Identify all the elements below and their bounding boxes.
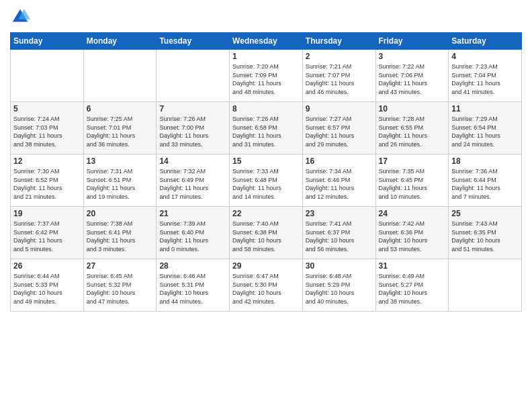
calendar-cell (449, 259, 522, 312)
day-info: Sunrise: 6:46 AM Sunset: 5:31 PM Dayligh… (159, 273, 208, 305)
calendar-cell: 16Sunrise: 7:34 AM Sunset: 6:46 PM Dayli… (302, 154, 375, 207)
day-number: 9 (306, 104, 373, 113)
day-number: 25 (451, 209, 519, 218)
day-number: 29 (232, 261, 300, 271)
day-number: 13 (87, 156, 154, 166)
logo-icon (10, 7, 30, 27)
calendar-cell: 27Sunrise: 6:45 AM Sunset: 5:32 PM Dayli… (83, 259, 157, 312)
page: SundayMondayTuesdayWednesdayThursdayFrid… (0, 0, 532, 411)
calendar-cell: 1Sunrise: 7:20 AM Sunset: 7:09 PM Daylig… (230, 50, 303, 102)
day-number: 20 (87, 209, 154, 218)
calendar-week-4: 26Sunrise: 6:44 AM Sunset: 5:33 PM Dayli… (11, 259, 522, 312)
logo (10, 7, 33, 27)
day-number: 19 (13, 209, 81, 218)
calendar-header-wednesday: Wednesday (230, 33, 303, 50)
day-number: 28 (159, 261, 226, 271)
day-number: 22 (232, 209, 300, 218)
day-number: 23 (306, 209, 373, 218)
calendar: SundayMondayTuesdayWednesdayThursdayFrid… (10, 32, 522, 312)
day-info: Sunrise: 7:38 AM Sunset: 6:41 PM Dayligh… (87, 220, 136, 253)
calendar-cell: 19Sunrise: 7:37 AM Sunset: 6:42 PM Dayli… (11, 207, 84, 259)
day-info: Sunrise: 7:22 AM Sunset: 7:06 PM Dayligh… (379, 63, 428, 95)
day-info: Sunrise: 7:21 AM Sunset: 7:07 PM Dayligh… (306, 63, 355, 95)
day-info: Sunrise: 7:24 AM Sunset: 7:03 PM Dayligh… (13, 116, 62, 148)
calendar-cell: 12Sunrise: 7:30 AM Sunset: 6:52 PM Dayli… (11, 154, 84, 207)
day-info: Sunrise: 7:27 AM Sunset: 6:57 PM Dayligh… (306, 116, 355, 148)
day-info: Sunrise: 7:20 AM Sunset: 7:09 PM Dayligh… (232, 63, 281, 95)
day-info: Sunrise: 7:42 AM Sunset: 6:36 PM Dayligh… (379, 220, 428, 253)
day-number: 3 (379, 52, 446, 61)
day-info: Sunrise: 7:35 AM Sunset: 6:45 PM Dayligh… (379, 168, 428, 200)
day-number: 4 (451, 52, 519, 61)
day-info: Sunrise: 7:26 AM Sunset: 7:00 PM Dayligh… (159, 116, 208, 148)
day-info: Sunrise: 6:49 AM Sunset: 5:27 PM Dayligh… (379, 273, 428, 305)
day-number: 5 (13, 104, 81, 113)
calendar-header-thursday: Thursday (302, 33, 375, 50)
day-number: 10 (379, 104, 446, 113)
day-info: Sunrise: 7:28 AM Sunset: 6:55 PM Dayligh… (379, 116, 428, 148)
calendar-cell: 8Sunrise: 7:26 AM Sunset: 6:58 PM Daylig… (230, 102, 303, 154)
calendar-cell (83, 50, 157, 102)
calendar-cell (157, 50, 230, 102)
day-number: 12 (13, 156, 81, 166)
day-info: Sunrise: 6:47 AM Sunset: 5:30 PM Dayligh… (232, 273, 281, 305)
calendar-cell: 22Sunrise: 7:40 AM Sunset: 6:38 PM Dayli… (230, 207, 303, 259)
day-info: Sunrise: 7:33 AM Sunset: 6:48 PM Dayligh… (232, 168, 281, 200)
day-number: 16 (306, 156, 373, 166)
calendar-cell: 11Sunrise: 7:29 AM Sunset: 6:54 PM Dayli… (449, 102, 522, 154)
day-number: 14 (159, 156, 226, 166)
calendar-cell: 23Sunrise: 7:41 AM Sunset: 6:37 PM Dayli… (302, 207, 375, 259)
calendar-cell: 3Sunrise: 7:22 AM Sunset: 7:06 PM Daylig… (375, 50, 449, 102)
calendar-cell: 4Sunrise: 7:23 AM Sunset: 7:04 PM Daylig… (449, 50, 522, 102)
day-number: 17 (379, 156, 446, 166)
calendar-cell: 7Sunrise: 7:26 AM Sunset: 7:00 PM Daylig… (157, 102, 230, 154)
calendar-cell: 5Sunrise: 7:24 AM Sunset: 7:03 PM Daylig… (11, 102, 84, 154)
calendar-cell: 17Sunrise: 7:35 AM Sunset: 6:45 PM Dayli… (375, 154, 449, 207)
day-number: 24 (379, 209, 446, 218)
day-info: Sunrise: 7:30 AM Sunset: 6:52 PM Dayligh… (13, 168, 62, 200)
calendar-cell: 2Sunrise: 7:21 AM Sunset: 7:07 PM Daylig… (302, 50, 375, 102)
calendar-header-friday: Friday (375, 33, 449, 50)
calendar-cell: 31Sunrise: 6:49 AM Sunset: 5:27 PM Dayli… (375, 259, 449, 312)
calendar-header-monday: Monday (83, 33, 157, 50)
day-number: 2 (306, 52, 373, 61)
calendar-header-saturday: Saturday (449, 33, 522, 50)
calendar-header-sunday: Sunday (11, 33, 84, 50)
header (10, 7, 522, 27)
day-number: 18 (451, 156, 519, 166)
day-number: 21 (159, 209, 226, 218)
calendar-week-2: 12Sunrise: 7:30 AM Sunset: 6:52 PM Dayli… (11, 154, 522, 207)
calendar-cell: 20Sunrise: 7:38 AM Sunset: 6:41 PM Dayli… (83, 207, 157, 259)
day-number: 15 (232, 156, 300, 166)
day-number: 8 (232, 104, 300, 113)
calendar-cell: 10Sunrise: 7:28 AM Sunset: 6:55 PM Dayli… (375, 102, 449, 154)
day-info: Sunrise: 7:34 AM Sunset: 6:46 PM Dayligh… (306, 168, 355, 200)
day-number: 7 (159, 104, 226, 113)
calendar-cell: 21Sunrise: 7:39 AM Sunset: 6:40 PM Dayli… (157, 207, 230, 259)
day-info: Sunrise: 7:29 AM Sunset: 6:54 PM Dayligh… (451, 116, 500, 148)
day-info: Sunrise: 7:37 AM Sunset: 6:42 PM Dayligh… (13, 220, 62, 253)
day-number: 11 (451, 104, 519, 113)
day-number: 26 (13, 261, 81, 271)
day-info: Sunrise: 7:41 AM Sunset: 6:37 PM Dayligh… (306, 220, 355, 253)
day-info: Sunrise: 7:23 AM Sunset: 7:04 PM Dayligh… (451, 63, 500, 95)
calendar-week-1: 5Sunrise: 7:24 AM Sunset: 7:03 PM Daylig… (11, 102, 522, 154)
calendar-week-0: 1Sunrise: 7:20 AM Sunset: 7:09 PM Daylig… (11, 50, 522, 102)
calendar-cell: 13Sunrise: 7:31 AM Sunset: 6:51 PM Dayli… (83, 154, 157, 207)
day-info: Sunrise: 7:32 AM Sunset: 6:49 PM Dayligh… (159, 168, 208, 200)
calendar-header-tuesday: Tuesday (157, 33, 230, 50)
day-info: Sunrise: 7:31 AM Sunset: 6:51 PM Dayligh… (87, 168, 136, 200)
calendar-cell (11, 50, 84, 102)
calendar-week-3: 19Sunrise: 7:37 AM Sunset: 6:42 PM Dayli… (11, 207, 522, 259)
day-info: Sunrise: 6:44 AM Sunset: 5:33 PM Dayligh… (13, 273, 62, 305)
day-info: Sunrise: 6:48 AM Sunset: 5:29 PM Dayligh… (306, 273, 355, 305)
calendar-cell: 6Sunrise: 7:25 AM Sunset: 7:01 PM Daylig… (83, 102, 157, 154)
calendar-cell: 9Sunrise: 7:27 AM Sunset: 6:57 PM Daylig… (302, 102, 375, 154)
calendar-cell: 15Sunrise: 7:33 AM Sunset: 6:48 PM Dayli… (230, 154, 303, 207)
day-info: Sunrise: 7:26 AM Sunset: 6:58 PM Dayligh… (232, 116, 281, 148)
calendar-header-row: SundayMondayTuesdayWednesdayThursdayFrid… (11, 33, 522, 50)
calendar-cell: 28Sunrise: 6:46 AM Sunset: 5:31 PM Dayli… (157, 259, 230, 312)
calendar-cell: 26Sunrise: 6:44 AM Sunset: 5:33 PM Dayli… (11, 259, 84, 312)
calendar-cell: 14Sunrise: 7:32 AM Sunset: 6:49 PM Dayli… (157, 154, 230, 207)
calendar-cell: 24Sunrise: 7:42 AM Sunset: 6:36 PM Dayli… (375, 207, 449, 259)
